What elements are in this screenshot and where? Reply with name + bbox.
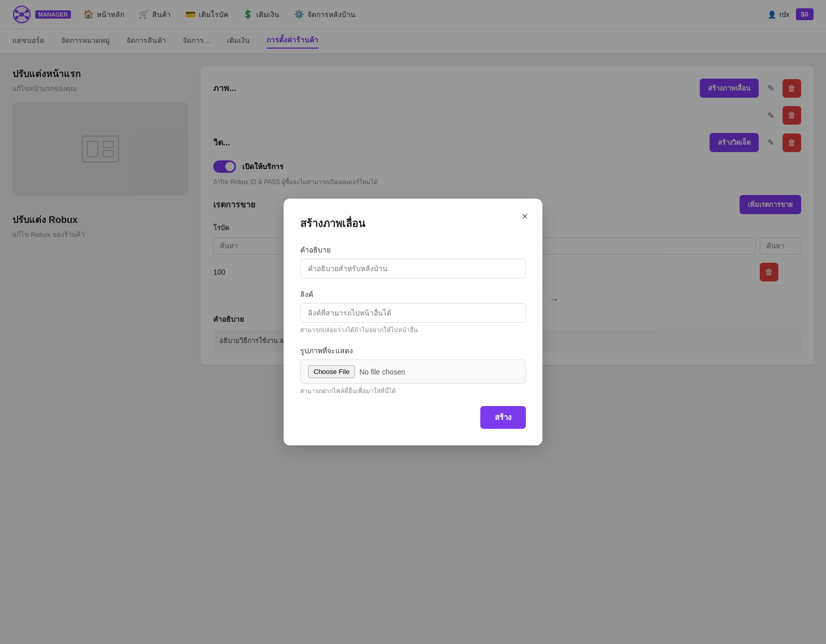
modal-submit-button[interactable]: สร้าง: [480, 406, 526, 429]
modal-close-button[interactable]: ×: [518, 209, 532, 223]
modal-description-input[interactable]: [300, 259, 526, 278]
modal-link-hint: สามารถปล่อยว่างได้ถ้าไม่อยากให้ไปหน้าอื่…: [300, 325, 526, 335]
modal-link-group: ลิงค์ สามารถปล่อยว่างได้ถ้าไม่อยากให้ไปห…: [300, 289, 526, 335]
create-slideshow-modal: สร้างภาพเลื่อน × คำอธิบาย ลิงค์ สามารถปล…: [284, 199, 542, 445]
modal-overlay[interactable]: สร้างภาพเลื่อน × คำอธิบาย ลิงค์ สามารถปล…: [0, 0, 826, 644]
modal-image-group: รูปภาพที่จะแสดง Choose File No file chos…: [300, 345, 526, 396]
file-upload-area: Choose File No file chosen: [300, 360, 526, 384]
modal-link-label: ลิงค์: [300, 289, 526, 300]
modal-title: สร้างภาพเลื่อน: [300, 215, 526, 232]
modal-link-input[interactable]: [300, 303, 526, 323]
modal-description-label: คำอธิบาย: [300, 244, 526, 256]
file-chosen-text: No file chosen: [359, 368, 405, 376]
modal-description-group: คำอธิบาย: [300, 244, 526, 278]
file-hint: สามารถฝากไฟล์ที่อื่นเพื่อมาใส่ที่นี่ได้: [300, 386, 526, 396]
choose-file-button[interactable]: Choose File: [308, 365, 355, 378]
modal-image-label: รูปภาพที่จะแสดง: [300, 345, 526, 356]
modal-footer: สร้าง: [300, 406, 526, 429]
